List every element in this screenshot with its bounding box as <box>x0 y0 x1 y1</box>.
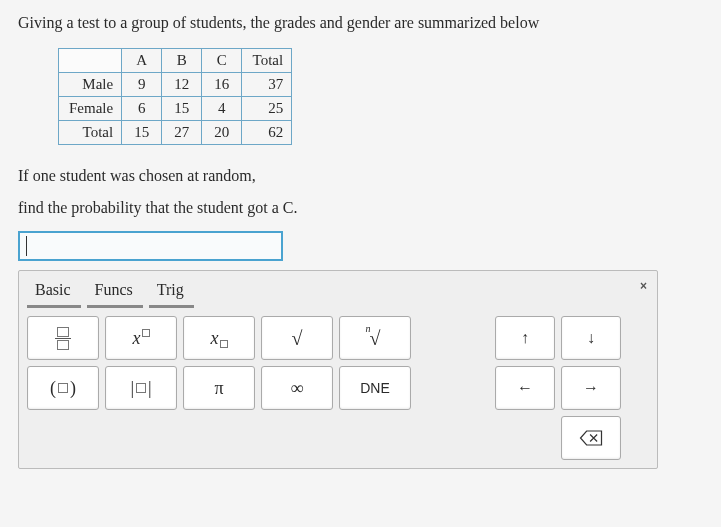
key-nth-root[interactable]: n√ <box>339 316 411 360</box>
cell: 15 <box>162 97 202 121</box>
question-prompt-1: If one student was chosen at random, <box>18 167 703 185</box>
fraction-icon <box>55 327 71 350</box>
key-backspace[interactable] <box>561 416 621 460</box>
key-arrow-up[interactable]: ↑ <box>495 316 555 360</box>
table-row: Female 6 15 4 25 <box>59 97 292 121</box>
col-header-a: A <box>122 49 162 73</box>
question-intro: Giving a test to a group of students, th… <box>18 12 703 34</box>
key-sqrt[interactable]: √ <box>261 316 333 360</box>
key-x-sub[interactable]: x <box>183 316 255 360</box>
math-input-panel: × Basic Funcs Trig x x √ n√ ↑ ↓ <box>18 270 658 469</box>
key-x-power[interactable]: x <box>105 316 177 360</box>
col-header-b: B <box>162 49 202 73</box>
key-pi[interactable]: π <box>183 366 255 410</box>
cell: 16 <box>202 73 242 97</box>
grade-gender-table: A B C Total Male 9 12 16 37 Female 6 15 … <box>58 48 292 145</box>
pi-icon: π <box>214 378 223 399</box>
key-dne[interactable]: DNE <box>339 366 411 410</box>
key-arrow-left[interactable]: ← <box>495 366 555 410</box>
key-arrow-down[interactable]: ↓ <box>561 316 621 360</box>
row-label-total: Total <box>59 121 122 145</box>
col-header-c: C <box>202 49 242 73</box>
question-prompt-2: find the probability that the student go… <box>18 199 703 217</box>
answer-input[interactable] <box>18 231 283 261</box>
arrow-up-icon: ↑ <box>521 329 529 347</box>
cell: 12 <box>162 73 202 97</box>
arrow-down-icon: ↓ <box>587 329 595 347</box>
tab-basic[interactable]: Basic <box>27 277 81 308</box>
table-row: Male 9 12 16 37 <box>59 73 292 97</box>
cell: 25 <box>242 97 292 121</box>
cell: 9 <box>122 73 162 97</box>
tab-trig[interactable]: Trig <box>149 277 194 308</box>
cell: 37 <box>242 73 292 97</box>
col-header-total: Total <box>242 49 292 73</box>
x-sub-icon: x <box>211 328 228 349</box>
cell: 20 <box>202 121 242 145</box>
row-label-male: Male <box>59 73 122 97</box>
cell: 4 <box>202 97 242 121</box>
infinity-icon: ∞ <box>291 378 304 399</box>
nth-root-icon: n√ <box>370 327 381 350</box>
key-infinity[interactable]: ∞ <box>261 366 333 410</box>
key-absolute[interactable]: || <box>105 366 177 410</box>
backspace-icon <box>580 431 602 445</box>
arrow-right-icon: → <box>583 379 599 397</box>
cell: 27 <box>162 121 202 145</box>
arrow-left-icon: ← <box>517 379 533 397</box>
cell: 15 <box>122 121 162 145</box>
key-parentheses[interactable]: () <box>27 366 99 410</box>
table-corner <box>59 49 122 73</box>
sqrt-icon: √ <box>292 327 303 350</box>
parentheses-icon: () <box>50 378 76 399</box>
table-row: Total 15 27 20 62 <box>59 121 292 145</box>
close-icon[interactable]: × <box>640 279 647 293</box>
x-power-icon: x <box>133 328 150 349</box>
tab-funcs[interactable]: Funcs <box>87 277 143 308</box>
cell: 62 <box>242 121 292 145</box>
key-fraction[interactable] <box>27 316 99 360</box>
key-arrow-right[interactable]: → <box>561 366 621 410</box>
dne-label: DNE <box>360 380 390 396</box>
absolute-icon: || <box>130 378 151 399</box>
cell: 6 <box>122 97 162 121</box>
row-label-female: Female <box>59 97 122 121</box>
